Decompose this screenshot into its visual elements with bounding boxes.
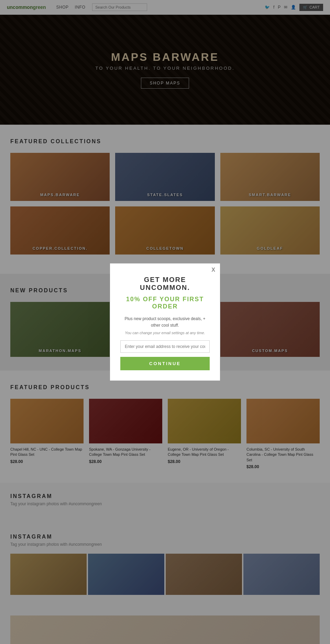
continue-button[interactable]: CONTINUE [120, 357, 210, 370]
modal-overlay: X GET MORE UNCOMMON. 10% OFF YOUR FIRST … [0, 0, 330, 644]
modal-close-button[interactable]: X [211, 267, 215, 273]
modal-note: You can change your email settings at an… [120, 331, 210, 335]
email-modal: X GET MORE UNCOMMON. 10% OFF YOUR FIRST … [110, 263, 220, 381]
modal-discount: 10% OFF YOUR FIRST ORDER [120, 296, 210, 310]
modal-description: Plus new product scoops, exclusive deals… [120, 316, 210, 329]
modal-title: GET MORE UNCOMMON. [120, 276, 210, 292]
email-input[interactable] [120, 340, 210, 353]
